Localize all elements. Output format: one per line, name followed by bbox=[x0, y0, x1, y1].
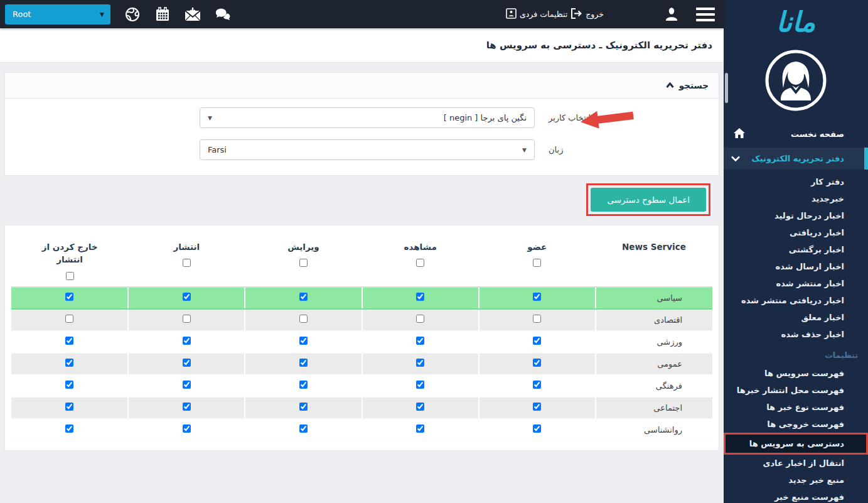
checkbox-publish-اقتصادی[interactable] bbox=[183, 315, 191, 323]
user-person-icon[interactable] bbox=[663, 6, 680, 23]
calendar-icon[interactable] bbox=[154, 6, 171, 23]
sidebar-item-اخبار حذف شده[interactable]: اخبار حذف شده bbox=[724, 326, 868, 343]
checkbox-view-اجتماعی[interactable] bbox=[416, 403, 424, 411]
apply-button-row: اعمال سطوح دسترسی bbox=[4, 183, 710, 216]
checkbox-member-عمومی[interactable] bbox=[533, 359, 541, 367]
checkbox-unpublish-ورزشی[interactable] bbox=[65, 337, 73, 345]
column-header-unpublish: خارج کردن از انتشار bbox=[11, 227, 128, 287]
sidebar-item-اخبار ارسال شده[interactable]: اخبار ارسال شده bbox=[724, 258, 868, 275]
checkbox-edit-ورزشی[interactable] bbox=[299, 337, 308, 345]
checkbox-view-سیاسی[interactable] bbox=[416, 293, 424, 301]
table-row-اقتصادی: اقتصادی bbox=[11, 309, 712, 331]
checkbox-unpublish-اقتصادی[interactable] bbox=[65, 315, 73, 323]
checkbox-edit-روانشناسی[interactable] bbox=[299, 425, 308, 433]
cell-unpublish bbox=[11, 397, 128, 419]
sidebar-item-فهرست سرویس ها[interactable]: فهرست سرویس ها bbox=[724, 365, 868, 382]
checkbox-view-عمومی[interactable] bbox=[416, 359, 424, 367]
checkbox-edit-فرهنگی[interactable] bbox=[299, 381, 308, 389]
column-label: انتشار bbox=[173, 242, 200, 252]
service-name: سیاسی bbox=[596, 287, 712, 309]
chat-icon[interactable] bbox=[215, 6, 231, 23]
annotation-box-apply-button: اعمال سطوح دسترسی bbox=[586, 183, 710, 216]
apply-access-levels-button[interactable]: اعمال سطوح دسترسی bbox=[591, 188, 706, 212]
hamburger-menu-icon[interactable] bbox=[696, 8, 715, 21]
sidebar-item-فهرست منبع خبر[interactable]: فهرست منبع خبر bbox=[724, 489, 868, 503]
checkbox-edit-عمومی[interactable] bbox=[299, 359, 308, 367]
checkbox-unpublish-سیاسی[interactable] bbox=[65, 293, 73, 301]
sidebar-item-اخبار معلق[interactable]: اخبار معلق bbox=[724, 309, 868, 326]
cell-unpublish bbox=[11, 375, 128, 397]
checkbox-unpublish-روانشناسی[interactable] bbox=[65, 425, 73, 433]
checkbox-member-فرهنگی[interactable] bbox=[533, 381, 541, 389]
checkbox-edit-سیاسی[interactable] bbox=[299, 293, 308, 301]
sidebar-item-دفتر کار[interactable]: دفتر کار bbox=[724, 173, 868, 190]
mail-icon[interactable] bbox=[185, 6, 201, 23]
checkbox-publish-سیاسی[interactable] bbox=[183, 293, 191, 301]
checkbox-view-روانشناسی[interactable] bbox=[416, 425, 424, 433]
checkbox-publish-ورزشی[interactable] bbox=[183, 337, 191, 345]
collapse-chevron-up-icon[interactable] bbox=[666, 82, 674, 89]
checkbox-view-اقتصادی[interactable] bbox=[416, 315, 424, 323]
sidebar-item-اخبار منتشر شده[interactable]: اخبار منتشر شده bbox=[724, 275, 868, 292]
search-header-label: جستجو bbox=[679, 80, 709, 90]
sidebar-item-home[interactable]: صفحه نخست bbox=[724, 122, 868, 146]
sidebar-item-اخبار درحال تولید[interactable]: اخبار درحال تولید bbox=[724, 207, 868, 224]
checkbox-member-اجتماعی[interactable] bbox=[533, 403, 541, 411]
column-header-publish: انتشار bbox=[128, 227, 245, 287]
checkbox-member-اقتصادی[interactable] bbox=[533, 315, 541, 323]
chevron-down-icon bbox=[731, 154, 740, 163]
cell-publish bbox=[128, 287, 245, 309]
personal-settings-link[interactable]: تنظیمات فردی bbox=[506, 8, 567, 21]
user-select[interactable]: نگین پای برجا [ negin ] ▼ bbox=[200, 107, 535, 128]
language-select[interactable]: Farsi ▼ bbox=[200, 139, 535, 160]
page-title-bar: دفتر تحریریه الکترونیک ـ دسترسی به سرویس… bbox=[0, 28, 724, 63]
logout-label: خروج bbox=[586, 9, 604, 19]
select-all-checkbox-member[interactable] bbox=[533, 259, 541, 267]
search-panel: جستجو انتخاب کاربر نگین پای برجا [ negin… bbox=[4, 72, 719, 176]
checkbox-member-روانشناسی[interactable] bbox=[533, 425, 541, 433]
root-role-select[interactable]: Root ▼ bbox=[5, 4, 110, 24]
cell-view bbox=[362, 287, 479, 309]
sidebar-item-اخبار دریافتی منتشر شده[interactable]: اخبار دریافتی منتشر شده bbox=[724, 292, 868, 309]
sidebar-item-فهرست نوع خبر ها[interactable]: فهرست نوع خبر ها bbox=[724, 399, 868, 416]
checkbox-edit-اجتماعی[interactable] bbox=[299, 403, 308, 411]
sidebar-scrollbar-thumb[interactable] bbox=[725, 73, 728, 103]
checkbox-unpublish-فرهنگی[interactable] bbox=[65, 381, 73, 389]
select-all-checkbox-edit[interactable] bbox=[299, 259, 308, 267]
globe-icon[interactable] bbox=[124, 6, 141, 23]
cell-member bbox=[479, 331, 596, 353]
cell-member bbox=[479, 287, 596, 309]
sidebar-item-electronic-editorial[interactable]: دفتر تحریریه الکترونیک bbox=[724, 148, 868, 170]
checkbox-edit-اقتصادی[interactable] bbox=[299, 315, 308, 323]
checkbox-member-سیاسی[interactable] bbox=[533, 293, 541, 301]
table-row-ورزشی: ورزشی bbox=[11, 331, 712, 353]
select-all-checkbox-publish[interactable] bbox=[183, 259, 191, 267]
sidebar-item-انتقال از اخبار عادی[interactable]: انتقال از اخبار عادی bbox=[724, 455, 868, 472]
checkbox-publish-روانشناسی[interactable] bbox=[183, 425, 191, 433]
sidebar-item-فهرست محل انتشار خبرها[interactable]: فهرست محل انتشار خبرها bbox=[724, 382, 868, 399]
logout-link[interactable]: خروج bbox=[571, 8, 604, 21]
sidebar-item-منبع خبر جدید[interactable]: منبع خبر جدید bbox=[724, 472, 868, 489]
sidebar-item-اخبار دریافتی[interactable]: اخبار دریافتی bbox=[724, 224, 868, 241]
sidebar-item-اخبار برگشتی[interactable]: اخبار برگشتی bbox=[724, 241, 868, 258]
sidebar-item-فهرست خروجی ها[interactable]: فهرست خروجی ها bbox=[724, 416, 868, 433]
checkbox-view-ورزشی[interactable] bbox=[416, 337, 424, 345]
checkbox-unpublish-عمومی[interactable] bbox=[65, 359, 73, 367]
search-panel-header: جستجو bbox=[5, 73, 719, 99]
checkbox-publish-عمومی[interactable] bbox=[183, 359, 191, 367]
search-panel-body: انتخاب کاربر نگین پای برجا [ negin ] ▼ ز… bbox=[5, 99, 719, 175]
checkbox-view-فرهنگی[interactable] bbox=[416, 381, 424, 389]
sidebar-item-خبرجدید[interactable]: خبرجدید bbox=[724, 190, 868, 207]
checkbox-unpublish-اجتماعی[interactable] bbox=[65, 403, 73, 411]
select-all-checkbox-view[interactable] bbox=[416, 259, 424, 267]
checkbox-publish-اجتماعی[interactable] bbox=[183, 403, 191, 411]
select-all-checkbox-unpublish[interactable] bbox=[66, 272, 74, 280]
cell-unpublish bbox=[11, 353, 128, 375]
checkbox-publish-فرهنگی[interactable] bbox=[183, 381, 191, 389]
cell-view bbox=[362, 419, 479, 441]
topbar-right-group: تنظیمات فردی خروج bbox=[506, 6, 715, 23]
cell-edit bbox=[245, 287, 362, 309]
service-name: اجتماعی bbox=[596, 397, 712, 419]
sidebar-item-دسترسی به سرویس ها[interactable]: دسترسی به سرویس ها bbox=[724, 433, 868, 455]
checkbox-member-ورزشی[interactable] bbox=[533, 337, 541, 345]
